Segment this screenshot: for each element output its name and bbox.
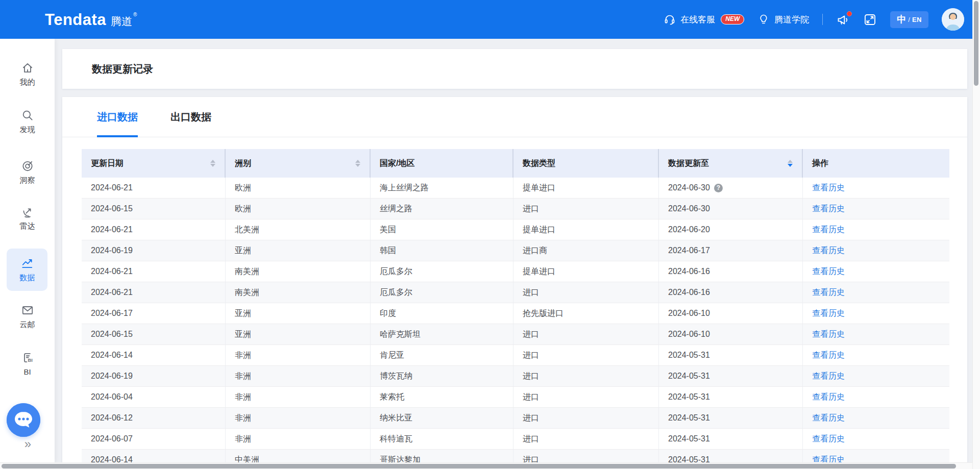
view-history-link[interactable]: 查看历史 bbox=[812, 266, 845, 277]
column-header-update-date[interactable]: 更新日期 bbox=[82, 149, 226, 178]
help-icon[interactable]: ? bbox=[714, 184, 723, 192]
announcement-button[interactable] bbox=[836, 13, 850, 27]
chat-bubble-icon bbox=[7, 403, 40, 437]
sidebar-item-label: 雷达 bbox=[20, 221, 35, 231]
region-value: 莱索托 bbox=[380, 392, 404, 403]
sidebar-item-bi[interactable]: BIBI bbox=[0, 351, 55, 376]
view-history-link[interactable]: 查看历史 bbox=[812, 204, 845, 214]
column-label: 操作 bbox=[812, 158, 828, 169]
column-label: 数据类型 bbox=[523, 158, 555, 169]
vertical-scrollbar-thumb[interactable] bbox=[974, 1, 978, 86]
update-date-value: 2024-06-19 bbox=[91, 246, 133, 255]
cell-updated-to: 2024-06-30 bbox=[659, 199, 803, 219]
online-service-button[interactable]: 在线客服 NEW bbox=[664, 13, 744, 26]
cell-continent: 非洲 bbox=[226, 408, 371, 428]
cell-region: 海上丝绸之路 bbox=[371, 178, 513, 198]
view-history-link[interactable]: 查看历史 bbox=[812, 371, 845, 382]
cell-continent: 欧洲 bbox=[226, 199, 371, 219]
view-history-link[interactable]: 查看历史 bbox=[812, 287, 845, 298]
cell-update-date: 2024-06-14 bbox=[82, 450, 226, 462]
view-history-link[interactable]: 查看历史 bbox=[812, 455, 845, 463]
updated-to-value: 2024-06-20 bbox=[668, 225, 710, 234]
chat-button[interactable] bbox=[7, 403, 40, 437]
cell-region: 印度 bbox=[371, 303, 513, 324]
view-history-link[interactable]: 查看历史 bbox=[812, 413, 845, 424]
view-history-link[interactable]: 查看历史 bbox=[812, 434, 845, 445]
horizontal-scrollbar[interactable] bbox=[0, 462, 972, 469]
logo[interactable]: Tendata 腾道 ® bbox=[45, 12, 137, 28]
update-date-value: 2024-06-14 bbox=[91, 351, 133, 360]
cell-updated-to: 2024-05-31 bbox=[659, 345, 803, 365]
column-label: 国家/地区 bbox=[380, 158, 414, 169]
tab-import-data[interactable]: 进口数据 bbox=[97, 97, 138, 137]
fullscreen-button[interactable] bbox=[863, 13, 877, 27]
cell-action: 查看历史 bbox=[803, 178, 949, 198]
cell-data-type: 进口 bbox=[513, 282, 659, 303]
cell-update-date: 2024-06-12 bbox=[82, 408, 226, 428]
column-header-updated-to[interactable]: 数据更新至 bbox=[659, 149, 803, 178]
region-value: 哈萨克斯坦 bbox=[380, 329, 421, 340]
page-header-card: 数据更新记录 bbox=[62, 49, 967, 89]
view-history-link[interactable]: 查看历史 bbox=[812, 308, 845, 319]
tabs: 进口数据出口数据 bbox=[62, 97, 967, 137]
vertical-scrollbar[interactable] bbox=[972, 0, 980, 469]
data-type-value: 提单进口 bbox=[523, 183, 555, 193]
data-type-value: 进口 bbox=[523, 392, 539, 403]
sort-carets-icon[interactable] bbox=[210, 160, 215, 167]
sidebar-collapse-toggle[interactable]: » bbox=[0, 437, 55, 451]
continent-value: 中美洲 bbox=[235, 455, 259, 463]
view-history-link[interactable]: 查看历史 bbox=[812, 225, 845, 235]
column-label: 更新日期 bbox=[91, 158, 124, 169]
sidebar-item-insight[interactable]: 洞察 bbox=[0, 159, 55, 185]
sidebar-item-data[interactable]: 数据 bbox=[7, 249, 47, 291]
sort-carets-icon[interactable] bbox=[788, 160, 793, 167]
view-history-link[interactable]: 查看历史 bbox=[812, 392, 845, 403]
update-date-value: 2024-06-19 bbox=[91, 372, 133, 381]
language-toggle[interactable]: 中 / EN bbox=[890, 11, 928, 28]
cell-updated-to: 2024-05-31 bbox=[659, 450, 803, 462]
update-date-value: 2024-06-21 bbox=[91, 225, 133, 234]
sort-carets-icon[interactable] bbox=[355, 160, 360, 167]
region-value: 哥斯达黎加 bbox=[380, 455, 421, 463]
data-type-value: 进口 bbox=[523, 287, 539, 298]
cell-data-type: 进口 bbox=[513, 450, 659, 462]
view-history-link[interactable]: 查看历史 bbox=[812, 350, 845, 361]
cell-updated-to: 2024-06-10 bbox=[659, 303, 803, 324]
continent-value: 北美洲 bbox=[235, 225, 259, 235]
column-header-continent[interactable]: 洲别 bbox=[226, 149, 371, 178]
cell-data-type: 提单进口 bbox=[513, 261, 659, 282]
table-row: 2024-06-19亚洲韩国进口商2024-06-17查看历史 bbox=[82, 240, 949, 261]
view-history-link[interactable]: 查看历史 bbox=[812, 245, 845, 256]
logo-brand-text: Tendata bbox=[45, 12, 106, 28]
update-date-value: 2024-06-17 bbox=[91, 309, 133, 318]
cell-update-date: 2024-06-15 bbox=[82, 199, 226, 219]
tab-export-data[interactable]: 出口数据 bbox=[170, 97, 211, 137]
sidebar-item-radar[interactable]: 雷达 bbox=[0, 205, 55, 231]
cell-region: 哈萨克斯坦 bbox=[371, 324, 513, 344]
academy-button[interactable]: 腾道学院 bbox=[757, 13, 809, 26]
horizontal-scrollbar-thumb[interactable] bbox=[2, 464, 956, 468]
avatar[interactable] bbox=[942, 8, 964, 31]
sidebar-item-home[interactable]: 我的 bbox=[0, 61, 55, 87]
view-history-link[interactable]: 查看历史 bbox=[812, 183, 845, 193]
region-value: 科特迪瓦 bbox=[380, 434, 412, 445]
data-type-value: 进口 bbox=[523, 350, 539, 361]
sidebar-item-discover[interactable]: 发现 bbox=[0, 109, 55, 135]
updated-to-value: 2024-05-31 bbox=[668, 413, 710, 423]
data-type-value: 提单进口 bbox=[523, 225, 555, 235]
sidebar-item-mail[interactable]: 云邮 bbox=[0, 304, 55, 330]
cell-continent: 亚洲 bbox=[226, 324, 371, 344]
table-row: 2024-06-15欧洲丝绸之路进口2024-06-30查看历史 bbox=[82, 199, 949, 219]
updated-to-value: 2024-06-10 bbox=[668, 330, 710, 339]
cell-updated-to: 2024-06-16 bbox=[659, 282, 803, 303]
view-history-link[interactable]: 查看历史 bbox=[812, 329, 845, 340]
cell-continent: 北美洲 bbox=[226, 219, 371, 240]
cell-region: 肯尼亚 bbox=[371, 345, 513, 365]
table-header-row: 更新日期洲别国家/地区数据类型数据更新至操作 bbox=[82, 149, 949, 178]
cell-region: 韩国 bbox=[371, 240, 513, 261]
topbar-right: 在线客服 NEW 腾道学院 中 / EN bbox=[664, 8, 964, 31]
main-content: 数据更新记录 进口数据出口数据 更新日期洲别国家/地区数据类型数据更新至操作 2… bbox=[55, 39, 972, 462]
cell-region: 丝绸之路 bbox=[371, 199, 513, 219]
data-type-value: 提单进口 bbox=[523, 266, 555, 277]
update-date-value: 2024-06-14 bbox=[91, 455, 133, 462]
